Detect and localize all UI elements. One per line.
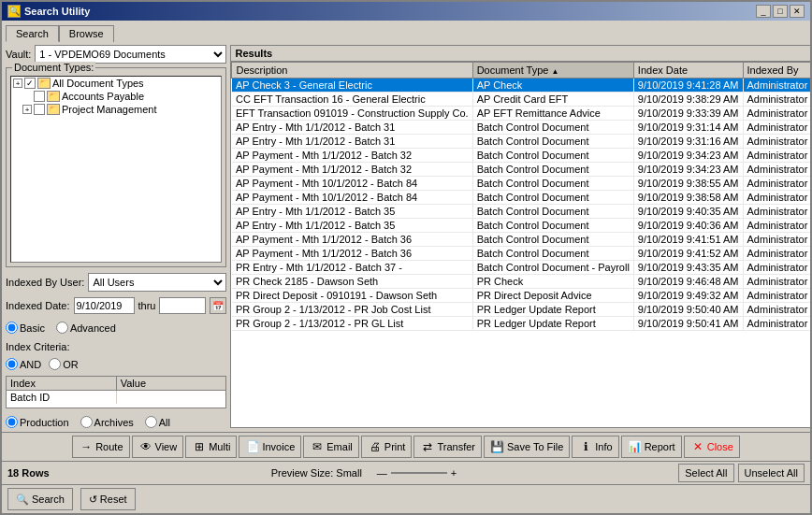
table-row[interactable]: AP Payment - Mth 1/1/2012 - Batch 32Batc… <box>232 163 810 177</box>
vault-label: Vault: <box>6 49 31 60</box>
calendar-button[interactable]: 📅 <box>210 297 226 314</box>
close-button[interactable]: ✕Close <box>684 436 740 458</box>
date-from-input[interactable] <box>74 297 135 314</box>
batch-id-input[interactable] <box>121 392 223 403</box>
view-button[interactable]: 👁View <box>132 436 184 458</box>
tree-expand[interactable]: + <box>22 105 32 114</box>
table-row[interactable]: EFT Transaction 091019 - Construction Su… <box>232 107 810 121</box>
multi-button[interactable]: ⊞Multi <box>185 436 237 458</box>
doc-type-checkbox-all[interactable] <box>24 78 36 89</box>
maximize-button[interactable]: □ <box>773 5 788 18</box>
left-panel: Vault: 1 - VPDEMO69 Documents Document T… <box>6 45 226 428</box>
user-select[interactable]: All Users <box>88 273 226 292</box>
indexed-date-label: Indexed Date: <box>6 300 70 311</box>
radio-archives[interactable]: Archives <box>80 416 134 428</box>
index-table-header: Index Value <box>7 377 225 391</box>
col-indexed-by[interactable]: Indexed By <box>743 63 810 79</box>
table-row[interactable]: AP Payment - Mth 10/1/2012 - Batch 84Bat… <box>232 191 810 205</box>
radio-all[interactable]: All <box>145 416 170 428</box>
table-row[interactable]: AP Payment - Mth 1/1/2012 - Batch 36Batc… <box>232 233 810 247</box>
info-button[interactable]: ℹInfo <box>572 436 618 458</box>
radio-production[interactable]: Production <box>6 416 69 428</box>
indexed-date-row: Indexed Date: thru 📅 <box>6 297 226 314</box>
status-bar: 18 Rows Preview Size: Small — + Select A… <box>2 461 810 484</box>
slider-track[interactable] <box>391 472 447 474</box>
preview-slider[interactable]: — + <box>377 467 457 479</box>
search-label: Search <box>32 494 65 505</box>
index-table-row: Batch ID <box>7 391 225 404</box>
table-row[interactable]: AP Entry - Mth 1/1/2012 - Batch 31Batch … <box>232 135 810 149</box>
folder-icon: 📁 <box>47 91 60 102</box>
minimize-button[interactable]: _ <box>756 5 771 18</box>
tabs-row: Search Browse <box>2 21 810 41</box>
indexed-by-label: Indexed By User: <box>6 277 84 288</box>
vault-select[interactable]: 1 - VPDEMO69 Documents <box>35 45 226 64</box>
reset-button[interactable]: ↺ Reset <box>80 488 136 510</box>
date-thru-input[interactable] <box>159 297 206 314</box>
index-criteria-table[interactable]: Index Value Batch ID <box>6 376 226 408</box>
table-row[interactable]: CC EFT Transaction 16 - General Electric… <box>232 93 810 107</box>
transfer-button[interactable]: ⇄Transfer <box>413 436 482 458</box>
email-button[interactable]: ✉Email <box>303 436 359 458</box>
save-to-file-button[interactable]: 💾Save To File <box>484 436 570 458</box>
results-data-table: Description Document Type ▲ Index Date I… <box>231 62 810 331</box>
radio-advanced[interactable]: Advanced <box>56 322 116 334</box>
tab-browse[interactable]: Browse <box>59 25 114 42</box>
folder-icon: 📁 <box>47 104 60 115</box>
invoice-icon: 📄 <box>245 439 260 454</box>
route-button[interactable]: →Route <box>72 436 129 458</box>
col-index-date[interactable]: Index Date <box>633 63 743 79</box>
table-row[interactable]: AP Check 3 - General ElectricAP Check9/1… <box>232 79 810 93</box>
table-row[interactable]: PR Check 2185 - Dawson SethPR Check9/10/… <box>232 275 810 289</box>
doc-types-list[interactable]: + 📁 All Document Types 📁 Accounts Payabl… <box>10 76 222 263</box>
list-item[interactable]: + 📁 Project Management <box>11 103 221 116</box>
table-row[interactable]: PR Direct Deposit - 0910191 - Dawson Set… <box>232 289 810 303</box>
vault-row: Vault: 1 - VPDEMO69 Documents <box>6 45 226 64</box>
slider-left-icon: — <box>377 467 387 479</box>
main-content: Search Browse Vault: 1 - VPDEMO69 Docume… <box>2 21 810 513</box>
bottom-toolbar: →Route👁View⊞Multi📄Invoice✉Email🖨Print⇄Tr… <box>2 432 810 461</box>
unselect-all-button[interactable]: Unselect All <box>738 464 805 482</box>
col-description[interactable]: Description <box>232 63 472 79</box>
list-item[interactable]: + 📁 All Document Types <box>11 77 221 90</box>
reset-icon: ↺ <box>89 494 97 506</box>
table-row[interactable]: PR Group 2 - 1/13/2012 - PR GL ListPR Le… <box>232 317 810 331</box>
report-icon: 📊 <box>628 439 643 454</box>
tab-search[interactable]: Search <box>6 25 59 42</box>
list-item[interactable]: 📁 Accounts Payable <box>11 90 221 103</box>
radio-basic[interactable]: Basic <box>6 322 45 334</box>
invoice-button[interactable]: 📄Invoice <box>239 436 301 458</box>
table-row[interactable]: AP Entry - Mth 1/1/2012 - Batch 35Batch … <box>232 205 810 219</box>
table-row[interactable]: AP Entry - Mth 1/1/2012 - Batch 35Batch … <box>232 219 810 233</box>
radio-or[interactable]: OR <box>49 358 79 370</box>
select-all-button[interactable]: Select All <box>678 464 733 482</box>
search-button[interactable]: 🔍 Search <box>7 488 73 510</box>
table-row[interactable]: AP Payment - Mth 1/1/2012 - Batch 32Batc… <box>232 149 810 163</box>
close-window-button[interactable]: ✕ <box>790 5 805 18</box>
table-row[interactable]: AP Payment - Mth 1/1/2012 - Batch 36Batc… <box>232 247 810 261</box>
index-cell-value[interactable] <box>117 391 226 404</box>
tree-expand[interactable]: + <box>13 79 22 88</box>
doc-type-checkbox-ap[interactable] <box>34 91 45 102</box>
app-icon: 🔍 <box>7 5 21 18</box>
table-row[interactable]: PR Group 2 - 1/13/2012 - PR Job Cost Lis… <box>232 303 810 317</box>
table-row[interactable]: AP Payment - Mth 10/1/2012 - Batch 84Bat… <box>232 177 810 191</box>
table-row[interactable]: PR Entry - Mth 1/1/2012 - Batch 37 -Batc… <box>232 261 810 275</box>
report-button[interactable]: 📊Report <box>621 436 682 458</box>
print-button[interactable]: 🖨Print <box>361 436 413 458</box>
email-icon: ✉ <box>310 439 325 454</box>
info-icon: ℹ <box>578 439 593 454</box>
print-icon: 🖨 <box>368 439 383 454</box>
table-row[interactable]: AP Entry - Mth 1/1/2012 - Batch 31Batch … <box>232 121 810 135</box>
rows-count: 18 Rows <box>7 467 50 479</box>
col-document-type[interactable]: Document Type ▲ <box>472 63 633 79</box>
preview-size-label: Preview Size: Small <box>271 467 362 479</box>
radio-and[interactable]: AND <box>6 358 41 370</box>
results-table[interactable]: Description Document Type ▲ Index Date I… <box>231 62 810 427</box>
folder-icon: 📁 <box>37 78 51 89</box>
close-icon: ✕ <box>690 439 705 454</box>
results-panel: Results Description Document Type ▲ Inde… <box>230 45 810 428</box>
main-window: 🔍 Search Utility _ □ ✕ Search Browse Vau… <box>0 0 812 515</box>
index-col-header: Index <box>7 377 117 390</box>
doc-type-checkbox-pm[interactable] <box>34 104 45 115</box>
